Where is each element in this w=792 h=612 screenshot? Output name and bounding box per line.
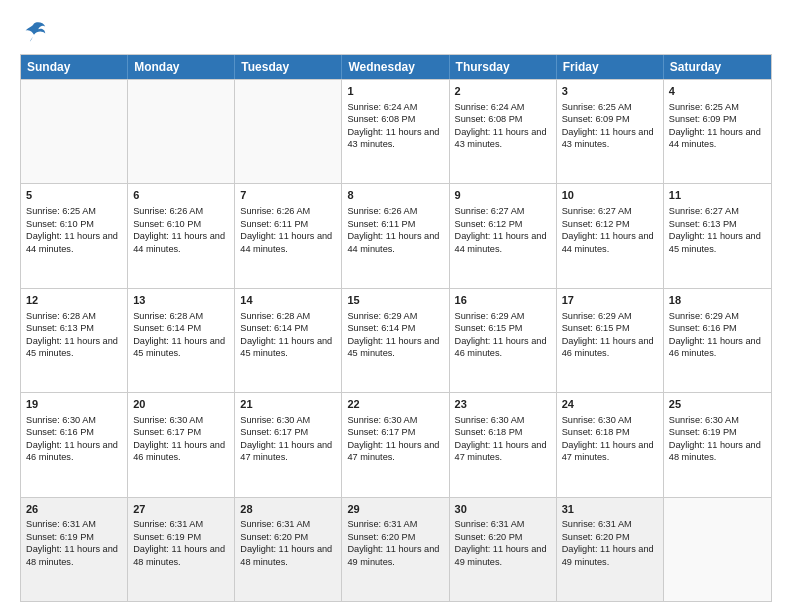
- logo-bird-icon: [20, 18, 48, 46]
- day-number: 8: [347, 188, 443, 203]
- day-number: 28: [240, 502, 336, 517]
- sunrise-text: Sunrise: 6:24 AM: [455, 101, 551, 113]
- sunrise-text: Sunrise: 6:30 AM: [26, 414, 122, 426]
- daylight-text: Daylight: 11 hours and 44 minutes.: [562, 230, 658, 255]
- cal-cell-day-18: 18 Sunrise: 6:29 AM Sunset: 6:16 PM Dayl…: [664, 289, 771, 392]
- day-number: 25: [669, 397, 766, 412]
- calendar-body: 1 Sunrise: 6:24 AM Sunset: 6:08 PM Dayli…: [21, 79, 771, 601]
- day-number: 13: [133, 293, 229, 308]
- daylight-text: Daylight: 11 hours and 43 minutes.: [347, 126, 443, 151]
- sunset-text: Sunset: 6:17 PM: [133, 426, 229, 438]
- sunset-text: Sunset: 6:10 PM: [133, 218, 229, 230]
- daylight-text: Daylight: 11 hours and 44 minutes.: [133, 230, 229, 255]
- daylight-text: Daylight: 11 hours and 48 minutes.: [669, 439, 766, 464]
- cal-cell-empty: [21, 80, 128, 183]
- cal-cell-day-25: 25 Sunrise: 6:30 AM Sunset: 6:19 PM Dayl…: [664, 393, 771, 496]
- day-number: 11: [669, 188, 766, 203]
- sunset-text: Sunset: 6:12 PM: [455, 218, 551, 230]
- cal-cell-day-17: 17 Sunrise: 6:29 AM Sunset: 6:15 PM Dayl…: [557, 289, 664, 392]
- cal-cell-day-2: 2 Sunrise: 6:24 AM Sunset: 6:08 PM Dayli…: [450, 80, 557, 183]
- sunrise-text: Sunrise: 6:30 AM: [562, 414, 658, 426]
- daylight-text: Daylight: 11 hours and 43 minutes.: [562, 126, 658, 151]
- sunrise-text: Sunrise: 6:29 AM: [347, 310, 443, 322]
- daylight-text: Daylight: 11 hours and 49 minutes.: [455, 543, 551, 568]
- sunset-text: Sunset: 6:13 PM: [669, 218, 766, 230]
- cal-cell-day-23: 23 Sunrise: 6:30 AM Sunset: 6:18 PM Dayl…: [450, 393, 557, 496]
- cal-cell-day-13: 13 Sunrise: 6:28 AM Sunset: 6:14 PM Dayl…: [128, 289, 235, 392]
- sunrise-text: Sunrise: 6:25 AM: [562, 101, 658, 113]
- cal-cell-day-28: 28 Sunrise: 6:31 AM Sunset: 6:20 PM Dayl…: [235, 498, 342, 601]
- sunset-text: Sunset: 6:11 PM: [347, 218, 443, 230]
- sunrise-text: Sunrise: 6:29 AM: [669, 310, 766, 322]
- cal-cell-day-31: 31 Sunrise: 6:31 AM Sunset: 6:20 PM Dayl…: [557, 498, 664, 601]
- sunset-text: Sunset: 6:19 PM: [26, 531, 122, 543]
- cal-week-2: 5 Sunrise: 6:25 AM Sunset: 6:10 PM Dayli…: [21, 183, 771, 287]
- cal-cell-day-26: 26 Sunrise: 6:31 AM Sunset: 6:19 PM Dayl…: [21, 498, 128, 601]
- sunrise-text: Sunrise: 6:28 AM: [26, 310, 122, 322]
- cal-week-1: 1 Sunrise: 6:24 AM Sunset: 6:08 PM Dayli…: [21, 79, 771, 183]
- day-number: 7: [240, 188, 336, 203]
- cal-cell-empty: [128, 80, 235, 183]
- sunrise-text: Sunrise: 6:27 AM: [455, 205, 551, 217]
- daylight-text: Daylight: 11 hours and 45 minutes.: [240, 335, 336, 360]
- daylight-text: Daylight: 11 hours and 44 minutes.: [455, 230, 551, 255]
- sunrise-text: Sunrise: 6:31 AM: [347, 518, 443, 530]
- cal-cell-day-27: 27 Sunrise: 6:31 AM Sunset: 6:19 PM Dayl…: [128, 498, 235, 601]
- day-number: 5: [26, 188, 122, 203]
- sunset-text: Sunset: 6:15 PM: [455, 322, 551, 334]
- cal-cell-day-15: 15 Sunrise: 6:29 AM Sunset: 6:14 PM Dayl…: [342, 289, 449, 392]
- sunset-text: Sunset: 6:15 PM: [562, 322, 658, 334]
- calendar-header-row: SundayMondayTuesdayWednesdayThursdayFrid…: [21, 55, 771, 79]
- daylight-text: Daylight: 11 hours and 48 minutes.: [240, 543, 336, 568]
- day-number: 6: [133, 188, 229, 203]
- day-number: 29: [347, 502, 443, 517]
- sunset-text: Sunset: 6:14 PM: [133, 322, 229, 334]
- cal-cell-day-12: 12 Sunrise: 6:28 AM Sunset: 6:13 PM Dayl…: [21, 289, 128, 392]
- cal-header-sunday: Sunday: [21, 55, 128, 79]
- cal-cell-day-4: 4 Sunrise: 6:25 AM Sunset: 6:09 PM Dayli…: [664, 80, 771, 183]
- daylight-text: Daylight: 11 hours and 48 minutes.: [133, 543, 229, 568]
- sunset-text: Sunset: 6:20 PM: [455, 531, 551, 543]
- daylight-text: Daylight: 11 hours and 47 minutes.: [347, 439, 443, 464]
- sunrise-text: Sunrise: 6:31 AM: [455, 518, 551, 530]
- sunrise-text: Sunrise: 6:24 AM: [347, 101, 443, 113]
- daylight-text: Daylight: 11 hours and 47 minutes.: [562, 439, 658, 464]
- day-number: 16: [455, 293, 551, 308]
- daylight-text: Daylight: 11 hours and 45 minutes.: [133, 335, 229, 360]
- cal-week-4: 19 Sunrise: 6:30 AM Sunset: 6:16 PM Dayl…: [21, 392, 771, 496]
- calendar: SundayMondayTuesdayWednesdayThursdayFrid…: [20, 54, 772, 602]
- cal-cell-day-20: 20 Sunrise: 6:30 AM Sunset: 6:17 PM Dayl…: [128, 393, 235, 496]
- sunrise-text: Sunrise: 6:27 AM: [562, 205, 658, 217]
- daylight-text: Daylight: 11 hours and 44 minutes.: [347, 230, 443, 255]
- page: SundayMondayTuesdayWednesdayThursdayFrid…: [0, 0, 792, 612]
- cal-cell-day-3: 3 Sunrise: 6:25 AM Sunset: 6:09 PM Dayli…: [557, 80, 664, 183]
- daylight-text: Daylight: 11 hours and 47 minutes.: [240, 439, 336, 464]
- sunrise-text: Sunrise: 6:26 AM: [133, 205, 229, 217]
- sunset-text: Sunset: 6:14 PM: [240, 322, 336, 334]
- sunrise-text: Sunrise: 6:27 AM: [669, 205, 766, 217]
- day-number: 19: [26, 397, 122, 412]
- sunrise-text: Sunrise: 6:31 AM: [26, 518, 122, 530]
- sunrise-text: Sunrise: 6:28 AM: [133, 310, 229, 322]
- sunrise-text: Sunrise: 6:30 AM: [669, 414, 766, 426]
- sunrise-text: Sunrise: 6:31 AM: [562, 518, 658, 530]
- cal-cell-day-5: 5 Sunrise: 6:25 AM Sunset: 6:10 PM Dayli…: [21, 184, 128, 287]
- daylight-text: Daylight: 11 hours and 47 minutes.: [455, 439, 551, 464]
- daylight-text: Daylight: 11 hours and 48 minutes.: [26, 543, 122, 568]
- sunrise-text: Sunrise: 6:26 AM: [347, 205, 443, 217]
- cal-cell-day-11: 11 Sunrise: 6:27 AM Sunset: 6:13 PM Dayl…: [664, 184, 771, 287]
- daylight-text: Daylight: 11 hours and 44 minutes.: [240, 230, 336, 255]
- sunrise-text: Sunrise: 6:30 AM: [240, 414, 336, 426]
- cal-header-friday: Friday: [557, 55, 664, 79]
- day-number: 23: [455, 397, 551, 412]
- daylight-text: Daylight: 11 hours and 46 minutes.: [562, 335, 658, 360]
- sunset-text: Sunset: 6:08 PM: [347, 113, 443, 125]
- daylight-text: Daylight: 11 hours and 43 minutes.: [455, 126, 551, 151]
- sunrise-text: Sunrise: 6:29 AM: [455, 310, 551, 322]
- sunset-text: Sunset: 6:09 PM: [562, 113, 658, 125]
- daylight-text: Daylight: 11 hours and 46 minutes.: [26, 439, 122, 464]
- sunset-text: Sunset: 6:20 PM: [240, 531, 336, 543]
- day-number: 9: [455, 188, 551, 203]
- cal-week-5: 26 Sunrise: 6:31 AM Sunset: 6:19 PM Dayl…: [21, 497, 771, 601]
- day-number: 27: [133, 502, 229, 517]
